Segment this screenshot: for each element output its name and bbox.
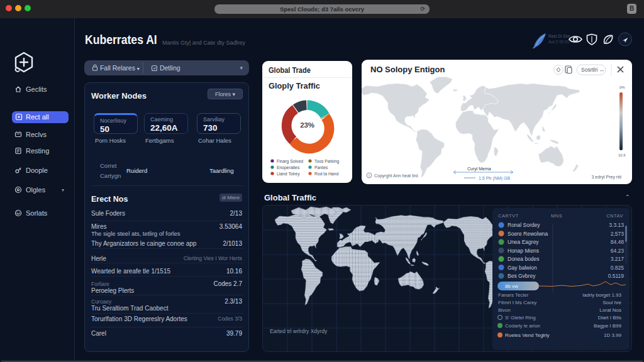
- svg-text:Earted trl wrlrdry Xdyrdy: Earted trl wrlrdry Xdyrdy: [270, 328, 328, 334]
- svg-text:0.5119: 0.5119: [608, 273, 625, 279]
- svg-text:23%: 23%: [300, 121, 314, 129]
- svg-text:Soul hre: Soul hre: [602, 300, 621, 305]
- svg-text:S' Gletel Ring: S' Gletel Ring: [505, 315, 536, 321]
- svg-text:Rest Di Sim: Rest Di Sim: [548, 34, 570, 38]
- svg-text:10.5: 10.5: [618, 153, 626, 157]
- svg-text:0.825: 0.825: [611, 265, 625, 271]
- svg-text:64.23: 64.23: [611, 248, 625, 254]
- svg-text:Diart I B9s: Diart I B9s: [598, 315, 621, 321]
- svg-text:2,573: 2,573: [611, 231, 625, 237]
- svg-text:3.217: 3.217: [611, 256, 625, 262]
- svg-text:Bivon: Bivon: [498, 307, 511, 313]
- svg-text:Copyrght Ann heat tird: Copyrght Ann heat tird: [374, 173, 418, 178]
- svg-text:Honap Miens: Honap Miens: [508, 248, 539, 254]
- svg-text:Toos Parking: Toos Parking: [314, 159, 340, 164]
- svg-text:Codarly le arlon: Codarly le arlon: [505, 323, 540, 329]
- svg-text:Ronal Sordey: Ronal Sordey: [508, 222, 540, 228]
- svg-text:Enoperaties: Enoperaties: [277, 165, 300, 170]
- svg-text:3.3.13: 3.3.13: [609, 222, 624, 228]
- svg-text:1.5 Ptr (NM) GB: 1.5 Ptr (NM) GB: [479, 176, 511, 181]
- svg-text:Finarg Solved: Finarg Solved: [277, 159, 303, 164]
- svg-text:1D 3.99: 1D 3.99: [604, 332, 622, 338]
- svg-text:ladrly borget 1.93: ladrly borget 1.93: [582, 292, 621, 298]
- svg-text:Curyl Mema: Curyl Mema: [467, 167, 491, 172]
- svg-text:Bes Gvbrey: Bes Gvbrey: [508, 273, 536, 279]
- svg-text:Sosrtlri ↔: Sosrtlri ↔: [581, 67, 604, 73]
- svg-text:Roeles Vend Teglrly: Roeles Vend Teglrly: [505, 332, 550, 338]
- svg-text:©: ©: [368, 174, 370, 178]
- svg-text:0%: 0%: [619, 85, 625, 89]
- svg-text:Rod ta Hand: Rod ta Hand: [314, 172, 338, 176]
- svg-text:8b vw: 8b vw: [505, 283, 518, 289]
- svg-text:3 edryl Prey rtd: 3 edryl Prey rtd: [592, 175, 622, 180]
- svg-text:Pantes: Pantes: [314, 165, 328, 170]
- svg-text:Aut 2 00:00: Aut 2 00:00: [548, 40, 570, 44]
- svg-text:Donea bodes: Donea bodes: [508, 256, 540, 262]
- svg-text:Fanars Tecler: Fanars Tecler: [498, 292, 529, 298]
- svg-text:Bagpe I B99: Bagpe I B99: [594, 323, 622, 329]
- svg-text:Lland Tolrey: Lland Tolrey: [277, 172, 300, 177]
- svg-text:Fitmrt t Ms Carey: Fitmrt t Ms Carey: [498, 300, 536, 305]
- svg-text:Unea Eagrey: Unea Eagrey: [508, 239, 539, 245]
- svg-text:84.48: 84.48: [611, 239, 625, 245]
- svg-text:Gay balwion: Gay balwion: [508, 265, 537, 271]
- svg-text:Soere Rewolwna: Soere Rewolwna: [508, 231, 548, 237]
- svg-text:Lorat Nos: Lorat Nos: [599, 307, 621, 313]
